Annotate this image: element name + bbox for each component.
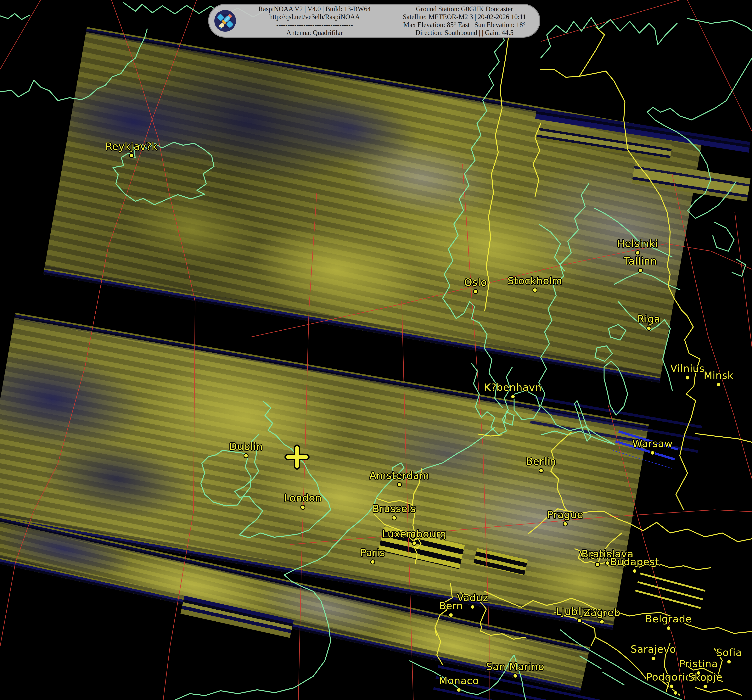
- city-dot: [685, 375, 690, 380]
- city-label: Sarajevo: [631, 643, 676, 655]
- city-dot: [473, 289, 478, 294]
- city-label: Berlin: [526, 456, 556, 467]
- coastline-path: [713, 222, 746, 276]
- city-dot: [635, 250, 640, 255]
- city-label: Reykjav?k: [106, 141, 158, 152]
- banner-line-satellite: Satellite: METEOR-M2 3 | 20-02-2026 10:1…: [390, 13, 539, 21]
- city-label: Warsaw: [632, 438, 673, 449]
- city-label: Tirana: [659, 698, 692, 700]
- border-path: [695, 433, 752, 442]
- graticule-line: [0, 0, 40, 70]
- city-dot: [646, 326, 651, 331]
- banner-line-app: RaspiNOAA V2 | V4.0 | Build: 13-BW64: [240, 5, 390, 13]
- city-dot: [456, 688, 461, 692]
- banner-left-column: RaspiNOAA V2 | V4.0 | Build: 13-BW64 htt…: [240, 5, 390, 37]
- banner-line-antenna: Antenna: Quadrifilar: [240, 29, 390, 37]
- noise-stripes: [634, 573, 705, 614]
- city-dot: [669, 684, 674, 689]
- city-dot: [412, 541, 417, 546]
- banner-line-url: http://qsl.net/ve3elb/RaspiNOAA: [240, 13, 390, 21]
- city-dot: [470, 604, 475, 610]
- city-dot: [716, 382, 721, 387]
- coastline-path: [175, 641, 331, 700]
- city-label: Pristina: [679, 658, 718, 669]
- city-label: Amsterdam: [370, 470, 429, 481]
- banner-right-column: Ground Station: G0GHK Doncaster Satellit…: [390, 5, 539, 37]
- city-dot: [638, 268, 643, 273]
- city-label: Helsinki: [617, 238, 658, 249]
- city-dot: [510, 394, 516, 399]
- satellite-capture-screenshot: { "header": { "logo": "raspinoaa-satelli…: [0, 0, 752, 700]
- info-banner: RaspiNOAA V2 | V4.0 | Build: 13-BW64 htt…: [208, 4, 540, 38]
- city-dot: [244, 453, 249, 458]
- city-dot: [448, 613, 454, 618]
- city-dot: [577, 618, 582, 623]
- city-label: Tallinn: [624, 255, 657, 267]
- city-dot: [605, 560, 610, 566]
- city-dot: [370, 559, 375, 565]
- banner-line-station: Ground Station: G0GHK Doncaster: [390, 5, 539, 13]
- city-dot: [300, 505, 305, 510]
- city-label: Luxembourg: [382, 528, 446, 540]
- coastline-path: [541, 17, 677, 58]
- city-label: Stockholm: [508, 275, 562, 287]
- city-label: Budapest: [610, 556, 659, 568]
- raspinoaa-logo-icon: [213, 9, 237, 33]
- city-dot: [727, 659, 732, 664]
- city-dot: [539, 468, 544, 473]
- city-label: Skopje: [688, 671, 722, 683]
- city-label: San Marino: [486, 661, 544, 672]
- coastline-path: [0, 14, 30, 20]
- city-label: Minsk: [704, 369, 733, 381]
- city-label: Monaco: [439, 675, 479, 686]
- city-dot: [650, 450, 655, 455]
- satellite-swath-north: [43, 27, 703, 383]
- city-label: Zagreb: [583, 607, 620, 618]
- city-label: Belgrade: [645, 613, 692, 625]
- city-dot: [397, 482, 402, 487]
- city-dot: [666, 625, 671, 631]
- city-dot: [513, 674, 518, 678]
- banner-line-elevation: Max Elevation: 85° East | Sun Elevation:…: [390, 21, 539, 29]
- city-label: K?benhavn: [484, 382, 542, 393]
- city-label: Dublin: [229, 441, 263, 452]
- city-dot: [651, 656, 656, 661]
- city-label: London: [284, 492, 322, 504]
- city-label: Paris: [360, 547, 385, 559]
- banner-line-divider: ----------------------------------: [240, 21, 390, 29]
- city-dot: [595, 562, 600, 567]
- city-dot: [600, 619, 604, 624]
- city-dot: [533, 287, 538, 293]
- banner-line-direction: Direction: Southbound | | Gain: 44.5: [390, 29, 539, 37]
- city-label: Bern: [439, 600, 463, 612]
- graticule-line: [735, 213, 752, 348]
- city-label: Brussels: [372, 503, 416, 514]
- satellite-icon: [214, 10, 236, 32]
- city-dot: [563, 522, 568, 526]
- city-label: Riga: [637, 313, 660, 325]
- city-label: Oslo: [464, 276, 487, 288]
- city-dot: [632, 568, 637, 574]
- city-dot: [392, 515, 397, 520]
- city-dot: [703, 684, 708, 689]
- city-label: Sofia: [716, 647, 742, 658]
- city-label: Vilnius: [670, 363, 705, 374]
- graticule-line: [541, 0, 680, 42]
- city-dot: [673, 690, 678, 695]
- city-dot: [129, 153, 134, 158]
- graticule-line: [687, 0, 752, 131]
- city-label: Prague: [547, 509, 583, 520]
- map-canvas: Reykjav?k Oslo Stockholm Helsinki Tallin…: [0, 0, 752, 700]
